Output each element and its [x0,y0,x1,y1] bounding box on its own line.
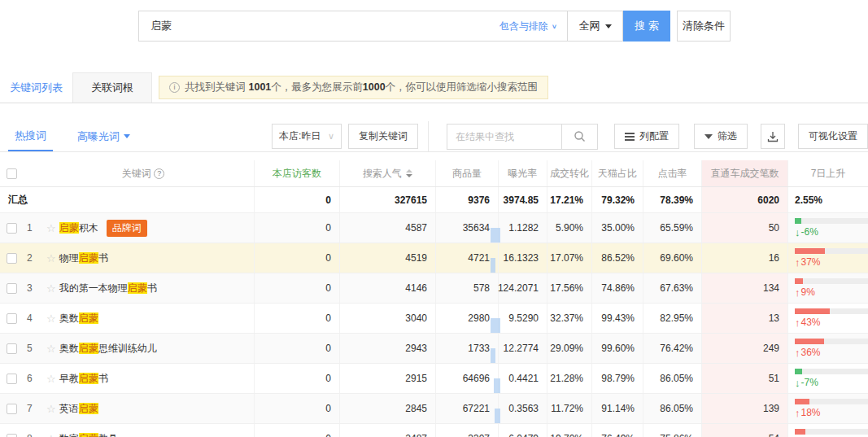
header-exposure-rate[interactable]: 曝光率 [498,160,547,186]
header-click-rate[interactable]: 点击率 [643,160,701,186]
keyword-link[interactable]: 奥数启蒙 [59,312,98,326]
keyword-link[interactable]: 数字启蒙教具 [59,432,118,437]
cell-conversion: 11.72% [547,394,591,423]
exposure-data-bar [491,228,500,243]
keyword-text: 早教 [59,373,79,384]
summary-exposure: 3974.85 [498,187,547,212]
table-row: 5☆奥数启蒙思维训练幼儿02943173312.277429.09%99.60%… [0,334,868,364]
row-checkbox[interactable] [7,404,17,414]
cell-tmall: 98.79% [591,364,643,393]
favorite-star-icon[interactable]: ☆ [46,282,56,295]
tab-keyword-list[interactable]: 关键词列表 [0,72,72,103]
cell-items: 1733 [435,334,498,363]
row-checkbox[interactable] [7,374,17,384]
question-circle-icon[interactable]: ? [154,168,164,179]
exposure-value: 9.5290 [508,312,539,324]
cell-tmall: 86.52% [591,243,643,273]
cell-7day-rise: ↓-7% [787,364,868,393]
row-checkbox[interactable] [7,313,17,324]
cell-tmall: 99.43% [591,304,643,333]
cell-7day-rise: ↑9% [787,273,868,303]
header-7day-rise[interactable]: 7日上升 [787,160,868,186]
row-checkbox[interactable] [7,343,17,354]
cell-search-pop: 4519 [339,243,435,273]
row-checkbox[interactable] [7,434,17,437]
rise-bar-fill [795,339,824,344]
header-conversion[interactable]: 成交转化 [547,160,591,186]
keyword-link[interactable]: 我的第一本物理启蒙书 [59,282,157,295]
cell-ctr: 86.05% [643,364,701,393]
rise-bar-track [795,369,868,374]
scope-dropdown[interactable]: 全网 [568,11,623,42]
cell-visitors: 0 [254,213,339,243]
row-checkbox[interactable] [7,253,17,264]
tab-hot-search-words[interactable]: 热搜词 [8,121,53,151]
keyword-link[interactable]: 物理启蒙书 [59,251,108,265]
magnifier-icon[interactable] [561,125,597,149]
arrow-down-icon: ↓ [795,226,800,238]
cell-ztc: 139 [701,394,787,423]
cell-ztc: 134 [701,273,787,303]
cell-items: 2980 [435,304,498,333]
cell-ctr: 76.42% [643,334,701,363]
rise-percent-text: 37% [801,256,821,268]
keyword-text: 奥数 [59,312,79,324]
cell-7day-rise: ↓-6% [787,213,868,243]
rise-bar-fill [795,218,801,224]
favorite-star-icon[interactable]: ☆ [46,312,56,325]
table-row: 2☆物理启蒙书04519472116.132317.07%86.52%69.60… [0,243,868,273]
cell-visitors: 0 [254,243,339,273]
cell-rank: 2 [0,243,33,273]
search-button[interactable]: 搜 索 [623,11,670,42]
rise-percent-text: 43% [801,317,821,328]
arrow-down-icon: ↓ [795,377,800,389]
cell-conversion: 29.09% [547,334,591,363]
favorite-star-icon[interactable]: ☆ [46,252,56,264]
header-item-count[interactable]: 商品量 [435,160,498,186]
find-in-results-box [447,124,598,150]
cell-visitors: 0 [254,304,339,333]
favorite-star-icon[interactable]: ☆ [46,403,56,415]
cell-ztc: 13 [701,304,787,333]
cell-keyword: ☆物理启蒙书 [33,243,254,273]
cell-search-pop: 4146 [339,273,435,303]
column-config-button[interactable]: 列配置 [614,124,679,149]
copy-keywords-button[interactable]: 复制关键词 [348,124,418,149]
row-checkbox[interactable] [7,283,17,294]
shop-date-select[interactable]: 本店:昨日 ∨ [272,124,342,149]
keyword-link[interactable]: 英语启蒙 [59,402,98,416]
favorite-star-icon[interactable]: ☆ [46,343,56,355]
keyword-search-input[interactable] [149,20,499,33]
high-exposure-dropdown[interactable]: 高曝光词 [77,129,130,144]
favorite-star-icon[interactable]: ☆ [46,373,56,385]
clear-conditions-button[interactable]: 清除条件 [677,11,731,42]
arrow-up-icon: ↑ [795,317,800,329]
find-in-results-input[interactable] [447,125,561,149]
rise-percent: ↓-6% [795,226,818,238]
favorite-star-icon[interactable]: ☆ [46,433,56,437]
exposure-data-bar [491,318,500,333]
header-tmall-share[interactable]: 天猫占比 [591,160,643,186]
sort-arrows-icon[interactable] [406,169,412,177]
table-row: 7☆英语启蒙02845672210.356311.72%91.14%86.05%… [0,394,868,424]
cell-exposure: 9.5290 [498,304,547,333]
select-all-checkbox[interactable] [7,168,17,179]
keyword-link[interactable]: 启蒙积木 [59,221,98,235]
keyword-link[interactable]: 早教启蒙书 [59,372,108,386]
header-keyword[interactable]: 关键词 ? [33,160,254,186]
include-exclude-link[interactable]: 包含与排除 ∨ [499,20,557,33]
chevron-down-icon: ∨ [552,23,557,30]
header-search-popularity[interactable]: 搜索人气 [339,160,435,186]
visualization-settings-button[interactable]: 可视化设置 [798,124,868,149]
keyword-link[interactable]: 奥数启蒙思维训练幼儿 [59,342,157,356]
header-shop-visitors[interactable]: 本店访客数 [254,160,339,186]
cell-conversion: 19.70% [547,424,591,437]
row-checkbox[interactable] [7,223,17,234]
filter-button[interactable]: 筛选 [694,124,748,149]
download-button[interactable] [761,124,785,149]
favorite-star-icon[interactable]: ☆ [46,222,56,234]
exposure-value: 6.0479 [508,433,539,437]
tab-related-roots[interactable]: 关联词根 [72,72,152,103]
header-ztc-orders[interactable]: 直通车成交笔数 [701,160,787,186]
cell-rank: 8 [0,424,33,437]
